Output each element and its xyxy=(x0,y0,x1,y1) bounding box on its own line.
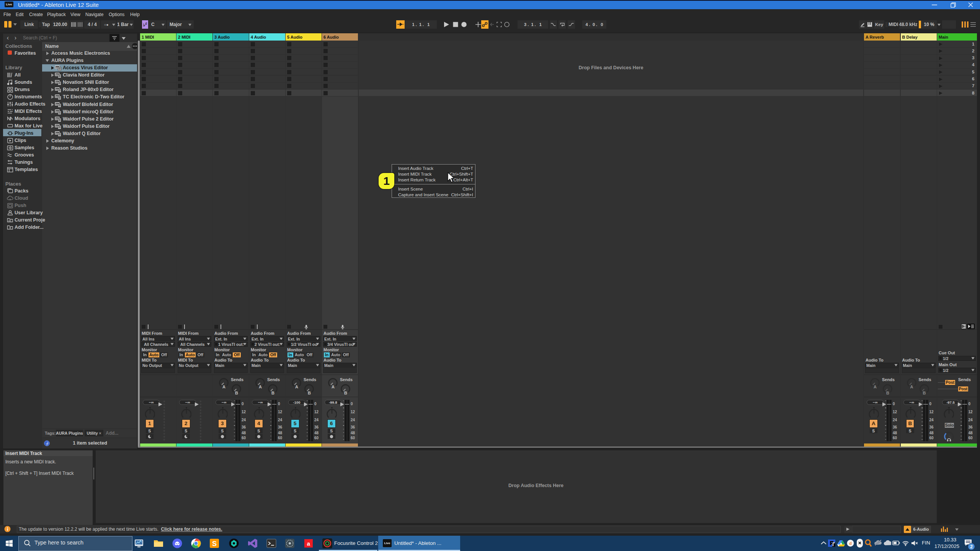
svg-text:♯: ♯ xyxy=(145,21,147,26)
svg-text:2: 2 xyxy=(970,544,973,549)
svg-text:a: a xyxy=(307,540,310,547)
svg-text:S: S xyxy=(212,540,217,548)
svg-text:d: d xyxy=(849,541,852,546)
